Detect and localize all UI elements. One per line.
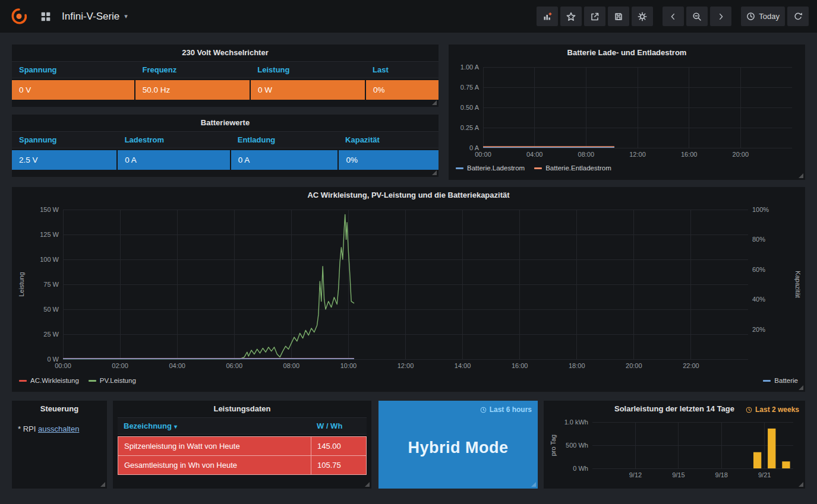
- column-header-bezeichnung[interactable]: Bezeichnung▾: [118, 418, 311, 434]
- row-value: 105.75: [311, 455, 367, 475]
- share-icon: [590, 12, 600, 21]
- column-header-entladung[interactable]: Entladung: [231, 132, 338, 148]
- svg-text:Leistung: Leistung: [18, 272, 25, 297]
- row-value: 145.00: [311, 436, 367, 456]
- svg-text:16:00: 16:00: [681, 151, 698, 158]
- table-row: Spitzenleistung in Watt von Heute 145.00: [118, 436, 367, 456]
- panel-title[interactable]: Batteriewerte: [12, 115, 439, 131]
- legend-label: Batterie.Entladestrom: [545, 164, 611, 172]
- panel-hybrid-mode: Last 6 hours Hybrid Mode: [378, 401, 538, 489]
- column-header-spannung[interactable]: Spannung: [12, 132, 118, 148]
- favorite-button[interactable]: [560, 7, 582, 26]
- svg-text:10:00: 10:00: [340, 362, 357, 369]
- inverter-value-row: 0 V 50.0 Hz 0 W 0%: [12, 80, 439, 100]
- table-row: Gesamtleistung in Wh von Heute 105.75: [118, 455, 367, 475]
- refresh-button[interactable]: [787, 7, 809, 26]
- apps-menu-button[interactable]: [37, 8, 55, 26]
- toolbar: Today: [534, 7, 809, 26]
- row-label: Gesamtleistung in Wh von Heute: [118, 455, 311, 475]
- svg-text:12:00: 12:00: [398, 362, 414, 369]
- power-capacity-chart[interactable]: 0 W25 W50 W75 W100 W125 W150 W20%40%60%8…: [17, 204, 800, 375]
- battery-chart-legend: Batterie.Ladestrom Batterie.Entladestrom: [449, 162, 805, 172]
- rpi-ausschalten-link[interactable]: ausschalten: [38, 424, 79, 433]
- time-picker-button[interactable]: Today: [741, 7, 785, 26]
- grafana-flame-icon: [10, 7, 29, 26]
- time-back-button[interactable]: [663, 7, 684, 26]
- power-chart-legend: AC.Wirkleistung PV.Leistung Batterie: [12, 375, 805, 384]
- svg-text:80%: 80%: [752, 236, 765, 243]
- svg-text:06:00: 06:00: [226, 362, 242, 369]
- svg-text:9/18: 9/18: [715, 471, 728, 478]
- panel-title[interactable]: AC Wirkleistung, PV-Leistung und die Bat…: [12, 187, 805, 204]
- grafana-logo[interactable]: [8, 6, 30, 27]
- panel-title[interactable]: 230 Volt Wechselrichter: [12, 45, 439, 61]
- leistungsdaten-header: Bezeichnung▾ W / Wh: [118, 417, 367, 435]
- legend-label: Batterie: [774, 377, 798, 384]
- sort-caret-icon: ▾: [174, 423, 177, 430]
- steuerung-content: * RPI ausschalten: [12, 417, 107, 440]
- legend-label: Batterie.Ladestrom: [467, 164, 525, 172]
- svg-text:60%: 60%: [752, 266, 765, 273]
- clock-icon: [480, 407, 487, 413]
- rpi-label: RPI: [23, 424, 36, 433]
- svg-text:Kapazität: Kapazität: [794, 271, 800, 298]
- grid-icon: [40, 11, 51, 22]
- svg-text:1.00 A: 1.00 A: [460, 64, 480, 71]
- panel-title[interactable]: Batterie Lade- und Entladestrom: [449, 45, 805, 61]
- value-entladung: 0 A: [231, 150, 338, 170]
- save-button[interactable]: [608, 7, 629, 26]
- dashboard-title-picker[interactable]: Infini-V-Serie ▾: [62, 11, 128, 23]
- legend-item-batterie[interactable]: Batterie: [763, 377, 798, 384]
- bullet: *: [18, 424, 21, 433]
- column-header-frequenz[interactable]: Frequenz: [135, 62, 250, 78]
- svg-text:100%: 100%: [752, 206, 769, 213]
- panel-power-capacity-chart: AC Wirkleistung, PV-Leistung und die Bat…: [12, 187, 805, 392]
- svg-text:12:00: 12:00: [629, 151, 646, 158]
- svg-text:0.50 A: 0.50 A: [460, 104, 480, 111]
- svg-text:25 W: 25 W: [43, 331, 59, 338]
- add-panel-button[interactable]: [537, 7, 558, 26]
- svg-text:14:00: 14:00: [455, 362, 471, 369]
- column-header-ladestrom[interactable]: Ladestrom: [118, 132, 231, 148]
- svg-text:02:00: 02:00: [112, 362, 128, 369]
- svg-text:16:00: 16:00: [512, 362, 528, 369]
- legend-item-pv-leistung[interactable]: PV.Leistung: [89, 377, 136, 384]
- value-ladestrom: 0 A: [118, 150, 229, 170]
- header-label: Bezeichnung: [124, 421, 172, 430]
- legend-item-entladestrom[interactable]: Batterie.Entladestrom: [534, 164, 611, 172]
- panel-title-row: Solarleistung der letzten 14 Tage Last 2…: [544, 401, 805, 417]
- svg-text:08:00: 08:00: [283, 362, 300, 369]
- series-swatch: [456, 167, 463, 169]
- value-frequenz: 50.0 Hz: [135, 80, 250, 100]
- svg-text:18:00: 18:00: [569, 362, 585, 369]
- panel-battery-values: Batteriewerte Spannung Ladestrom Entladu…: [12, 115, 439, 177]
- svg-text:0.75 A: 0.75 A: [460, 84, 480, 91]
- star-icon: [566, 12, 576, 21]
- settings-button[interactable]: [632, 7, 653, 26]
- svg-text:500 Wh: 500 Wh: [566, 442, 588, 449]
- column-header-w-wh[interactable]: W / Wh: [311, 418, 367, 434]
- series-swatch: [89, 380, 96, 382]
- time-forward-button[interactable]: [710, 7, 731, 26]
- series-swatch: [534, 167, 542, 169]
- panel-solar-14-days: Solarleistung der letzten 14 Tage Last 2…: [544, 401, 805, 489]
- column-header-spannung[interactable]: Spannung: [12, 62, 135, 78]
- solar-bar-chart[interactable]: 0 Wh500 Wh1.0 kWh9/129/159/189/21pro Tag: [548, 417, 800, 480]
- legend-item-ladestrom[interactable]: Batterie.Ladestrom: [456, 164, 525, 172]
- value-kapazitaet: 0%: [339, 150, 439, 170]
- svg-text:0.25 A: 0.25 A: [460, 124, 480, 131]
- column-header-leistung[interactable]: Leistung: [250, 62, 365, 78]
- svg-text:08:00: 08:00: [578, 151, 595, 158]
- svg-text:20:00: 20:00: [626, 362, 642, 369]
- share-button[interactable]: [584, 7, 605, 26]
- value-spannung: 2.5 V: [12, 150, 116, 170]
- column-header-kapazitaet[interactable]: Kapazität: [338, 132, 439, 148]
- panel-title[interactable]: Leistungsdaten: [113, 401, 371, 417]
- battery-current-chart[interactable]: 0 A0.25 A0.50 A0.75 A1.00 A00:0004:0008:…: [453, 61, 800, 162]
- column-header-last[interactable]: Last: [365, 62, 439, 78]
- legend-item-ac-wirkleistung[interactable]: AC.Wirkleistung: [19, 377, 79, 384]
- panel-title[interactable]: Steuerung: [12, 401, 107, 417]
- hybrid-mode-value: Hybrid Mode: [378, 439, 538, 457]
- svg-text:9/12: 9/12: [629, 471, 642, 478]
- zoom-out-button[interactable]: [686, 7, 708, 26]
